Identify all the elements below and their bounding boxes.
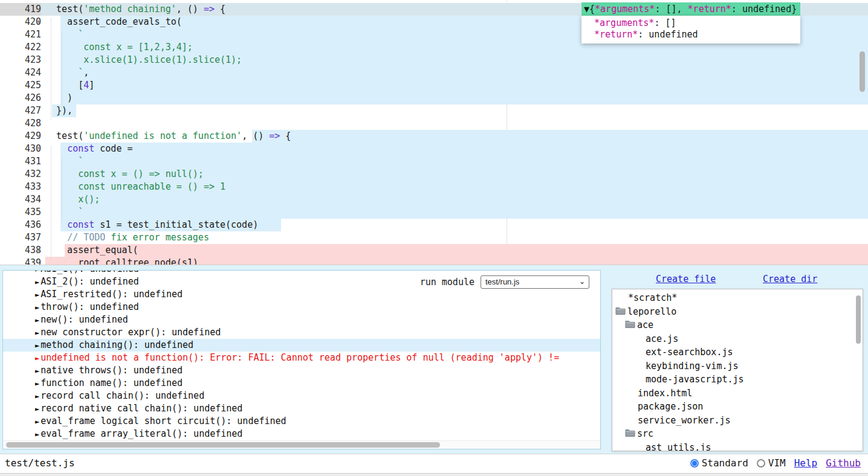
test-result-row[interactable]: ►record native call chain(): undefined — [3, 402, 600, 415]
keymap-radio-vim[interactable]: VIM — [757, 457, 786, 469]
editor-vertical-scrollbar-thumb[interactable] — [860, 51, 865, 92]
code-line[interactable]: 430 const code = — [0, 143, 868, 155]
file-tree-row[interactable]: ext-searchbox.js — [612, 346, 863, 359]
test-result-row[interactable]: ►ASI_1(): undefined — [3, 270, 600, 275]
expand-triangle-icon[interactable]: ► — [35, 417, 39, 426]
test-result-row[interactable]: ►function name(): undefined — [3, 377, 600, 390]
code-line[interactable]: 432 const x = () => null(); — [0, 168, 868, 181]
line-number[interactable]: 433 — [0, 181, 41, 193]
line-number-text: 421 — [7, 28, 41, 41]
file-tree-row[interactable]: *scratch* — [612, 291, 863, 305]
expand-triangle-icon[interactable]: ► — [35, 291, 39, 299]
expand-triangle-icon[interactable]: ► — [35, 329, 39, 337]
expand-triangle-icon[interactable]: ► — [35, 270, 39, 274]
test-result-row[interactable]: ►method chaining(): undefined — [3, 339, 600, 352]
code-text: x(); — [41, 193, 868, 206]
test-result-row[interactable]: ►undefined is not a function(): Error: F… — [3, 352, 600, 364]
help-link[interactable]: Help — [794, 457, 818, 469]
expand-triangle-icon[interactable]: ► — [35, 392, 39, 400]
object-key: *return* — [594, 29, 638, 40]
expand-triangle-icon[interactable]: ► — [35, 278, 39, 286]
file-tree-row[interactable]: ace.js — [612, 332, 863, 346]
line-number[interactable]: 438▾ — [0, 244, 41, 257]
create-dir-link[interactable]: Create dir — [763, 274, 817, 285]
code-line[interactable]: 436 const s1 = test_initial_state(code) — [0, 219, 868, 231]
code-line[interactable]: 437 // TODO fix error messages — [0, 231, 868, 244]
test-result-row[interactable]: ►eval_frame array_literal(): undefined — [3, 428, 600, 440]
tooltip-header[interactable]: ▼{*arguments*: [], *return*: undefined} — [581, 2, 800, 16]
test-result-row[interactable]: ►new(): undefined — [3, 314, 600, 326]
line-number-text: 424 — [7, 66, 41, 79]
run-module-select[interactable]: test/run.js⌄ — [481, 275, 589, 289]
test-result-row[interactable]: ►new constructor expr(): undefined — [3, 326, 600, 339]
expand-triangle-icon[interactable]: ► — [35, 367, 39, 375]
file-tree-row[interactable]: ace — [612, 318, 863, 332]
code-line[interactable]: 423 x.slice(1).slice(1).slice(1); — [0, 54, 868, 66]
test-result-row[interactable]: ►eval_frame logical short circuit(): und… — [3, 415, 600, 428]
code-editor[interactable]: 419▾ test('method chaining', () => {420▾… — [0, 0, 868, 265]
line-number[interactable]: 435 — [0, 206, 41, 219]
file-tree-row[interactable]: index.html — [612, 387, 863, 400]
code-line[interactable]: 424 `, — [0, 66, 868, 79]
line-number[interactable]: 437 — [0, 231, 41, 244]
fold-marker-icon[interactable]: ▾ — [37, 3, 40, 16]
fold-marker-icon[interactable]: ▾ — [37, 244, 40, 257]
file-tree-row[interactable]: ast_utils.js — [612, 441, 863, 452]
file-tree-row[interactable]: keybinding-vim.js — [612, 359, 863, 373]
line-number[interactable]: 430 — [0, 143, 41, 155]
line-number[interactable]: 419▾ — [0, 3, 41, 16]
line-number[interactable]: 431 — [0, 155, 41, 168]
code-line[interactable]: 425 [4] — [0, 79, 868, 92]
expand-triangle-icon[interactable]: ► — [35, 379, 39, 388]
keymap-radio-standard[interactable]: Standard — [690, 457, 748, 469]
code-text: const unreachable = () => 1 — [41, 181, 868, 193]
code-line[interactable]: 427 }), — [0, 105, 868, 117]
expand-triangle-icon[interactable]: ► — [35, 341, 39, 350]
code-line[interactable]: 429▾ test('undefined is not a function',… — [0, 130, 868, 143]
file-tree-row[interactable]: package.json — [612, 400, 863, 414]
test-result-row[interactable]: ►throw(): undefined — [3, 301, 600, 314]
line-number[interactable]: 420▾ — [0, 16, 41, 28]
horizontal-scrollbar-track[interactable] — [3, 440, 600, 449]
expand-triangle-icon[interactable]: ► — [35, 316, 39, 324]
code-line[interactable]: 433 const unreachable = () => 1 — [0, 181, 868, 193]
file-tree-row[interactable]: leporello — [612, 305, 863, 319]
code-line[interactable]: 426 ) — [0, 92, 868, 105]
line-number[interactable]: 422 — [0, 41, 41, 54]
code-line[interactable]: 434 x(); — [0, 193, 868, 206]
line-number[interactable]: 423 — [0, 54, 41, 66]
file-tree-row[interactable]: service_worker.js — [612, 414, 863, 428]
line-number[interactable]: 434 — [0, 193, 41, 206]
horizontal-scrollbar-thumb[interactable] — [6, 442, 440, 448]
line-number[interactable]: 429▾ — [0, 130, 41, 143]
line-number-text: 428 — [7, 117, 41, 130]
code-line[interactable]: 428 — [0, 117, 868, 130]
line-number[interactable]: 427 — [0, 105, 41, 117]
line-number[interactable]: 421 — [0, 28, 41, 41]
expand-triangle-icon[interactable]: ► — [35, 430, 39, 439]
expand-triangle-icon[interactable]: ► — [35, 405, 39, 413]
line-number[interactable]: 439 — [0, 257, 41, 265]
test-result-row[interactable]: ►ASI_restrited(): undefined — [3, 288, 600, 301]
github-link[interactable]: Github — [826, 457, 861, 469]
code-line[interactable]: 431 ` — [0, 155, 868, 168]
test-result-row[interactable]: ►native throws(): undefined — [3, 364, 600, 377]
line-number[interactable]: 428 — [0, 117, 41, 130]
fold-marker-icon[interactable]: ▾ — [37, 130, 40, 143]
line-number[interactable]: 432 — [0, 168, 41, 181]
line-number[interactable]: 426 — [0, 92, 41, 105]
code-line[interactable]: 439 root_calltree_node(s1) — [0, 257, 868, 265]
line-number[interactable]: 424 — [0, 66, 41, 79]
line-number[interactable]: 436 — [0, 219, 41, 231]
line-number[interactable]: 425 — [0, 79, 41, 92]
fold-marker-icon[interactable]: ▾ — [37, 16, 40, 28]
file-tree-scrollbar-thumb[interactable] — [856, 295, 861, 344]
file-tree-row[interactable]: src — [612, 427, 863, 441]
code-line[interactable]: 435 ` — [0, 206, 868, 219]
test-result-row[interactable]: ►record call chain(): undefined — [3, 390, 600, 402]
create-file-link[interactable]: Create file — [656, 274, 716, 285]
expand-triangle-icon[interactable]: ► — [35, 303, 39, 312]
expand-triangle-icon[interactable]: ► — [35, 354, 39, 362]
code-line[interactable]: 438▾ assert_equal( — [0, 244, 868, 257]
file-tree-row[interactable]: mode-javascript.js — [612, 373, 863, 387]
